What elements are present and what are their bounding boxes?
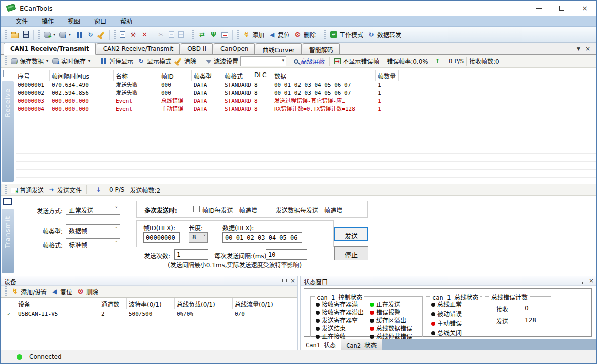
col-name[interactable]: 名称 [114,70,159,81]
frame-id-input[interactable] [143,232,180,243]
transmit-toolbar: 普通发送 ➜发送文件 ↓ 0 P/S 发送帧数:2 [1,184,596,196]
tab-canopen[interactable]: CanOpen [214,43,255,54]
transmit-select-checkbox[interactable] [3,198,12,205]
tab-close-button[interactable]: × [585,45,590,52]
hide-error-frames-button[interactable]: 不显示错误帧 [332,55,381,67]
maximize-icon [559,6,564,11]
id-increment-checkbox[interactable] [193,206,200,212]
col-device[interactable]: 设备 [16,298,99,309]
minimize-button[interactable] [527,1,550,16]
menu-help[interactable]: 帮助 [113,15,139,27]
col-frame-id[interactable]: 帧ID [159,70,192,81]
panel-close-button[interactable]: × [589,277,594,285]
delete-device-button[interactable]: ⊗删除 [292,29,318,40]
paste-button[interactable] [176,30,186,39]
stop-button[interactable]: 停止 [334,246,368,260]
pin-icon[interactable] [282,279,286,283]
save-data-button[interactable]: +保存数据▾ [9,55,50,67]
led-label: 错误报警 [376,309,400,316]
tx-count-label: 发送 [496,317,508,325]
col-load[interactable]: 总线负载(0/1) [175,298,233,309]
tab-can2[interactable]: CAN2 Receive/Transmit [97,43,180,54]
realtime-save-button[interactable]: ↓实时保存▾ [50,55,92,67]
export-data-dropdown-button[interactable]: ↓▾ [57,30,73,39]
tab-curver[interactable]: 曲线Curver [256,43,301,54]
tab-decode[interactable]: 智能解码 [303,43,340,54]
delete-frame-button[interactable]: ✕ [139,30,151,40]
col-interval[interactable]: 帧间隔时间us [50,70,114,81]
col-data[interactable]: 数据 [272,70,376,81]
send-count-input[interactable] [174,249,208,260]
work-mode-button[interactable]: ↵工作模式 [328,29,365,40]
hide-window-button[interactable] [219,30,230,39]
tab-can1-status[interactable]: Can1 状态 [301,339,341,350]
send-mode-label: 发送方式: [7,206,63,215]
sync-button[interactable]: ⇄ [196,30,208,40]
data-forward-button[interactable]: ↻数据转发 [365,29,403,40]
cut-button[interactable]: ✂ [155,30,167,40]
tab-list-dropdown[interactable]: ▼ [577,46,580,51]
normal-send-button[interactable]: 普通发送 [9,184,46,196]
menu-view[interactable]: 视图 [61,15,87,27]
filter-setting-button[interactable]: 滤波设置 [204,55,240,67]
tab-can1[interactable]: CAN1 Receive/Transmit [4,43,96,55]
col-seq[interactable]: 序号 [16,70,50,81]
device-checkbox[interactable]: ✓ [6,311,12,317]
col-frame-format[interactable]: 帧格式 [222,70,252,81]
device-delete-button[interactable]: ⊗删除 [74,286,100,298]
frame-type-combobox[interactable]: 数据帧 [66,224,120,235]
menu-file[interactable]: 文件 [9,15,35,27]
maximize-button[interactable] [550,1,573,16]
tab-can2-status[interactable]: Can2 状态 [341,339,382,350]
frame-data-input[interactable] [222,232,302,243]
col-baud[interactable]: 波特率(0/1) [127,298,175,309]
save-data-dropdown-button[interactable]: +▾ [42,30,57,39]
send-button[interactable]: 发送 [334,227,368,241]
table-row[interactable]: 00000002002.594.856发送失败000DATASTANDARD80… [16,89,596,97]
usb-connect-button[interactable]: Ψ [208,30,219,40]
length-select[interactable]: 8 [189,232,208,243]
close-button[interactable]: × [573,1,596,16]
pause-button[interactable] [73,30,85,40]
advanced-mask-button[interactable]: 高级屏蔽 [292,55,327,67]
panel-close-button[interactable]: × [290,277,295,285]
col-flow[interactable]: 总线流量(0/1) [233,298,285,309]
device-add-setup-button[interactable]: ↯添加/设置 [9,286,49,298]
clear-button[interactable]: 清除 [173,55,198,67]
cell-dlc: 8 [252,89,272,97]
pause-display-button[interactable]: 暂停显示 [98,55,135,67]
copy-button[interactable] [167,30,176,39]
pin-icon[interactable] [580,279,585,283]
edit-tools-button[interactable]: ⚒ [127,30,139,40]
device-reset-button[interactable]: ◀复位 [49,286,74,298]
menu-operate[interactable]: 操作 [35,15,61,27]
frame-format-combobox[interactable]: 标准帧 [66,238,120,249]
send-mode-combobox[interactable]: 正常发送 [66,204,120,215]
table-row-error[interactable]: 00000003000.000.000Event总线错误DATASTANDARD… [16,97,596,105]
interval-input[interactable] [266,249,307,260]
send-file-button[interactable]: ➜发送文件 [46,184,84,196]
col-frame-type[interactable]: 帧类型 [192,70,222,81]
data-increment-checkbox[interactable] [267,206,273,212]
col-dlc[interactable]: DLC [252,70,272,81]
device-row[interactable]: ✓ USBCAN-II-V5 2 500/500 0%/0% 0/0 [1,309,297,319]
toolbar-separator [232,30,233,40]
col-channels[interactable]: 通道数 [99,298,127,309]
col-frame-count[interactable]: 帧数量 [376,70,399,81]
refresh-button[interactable]: ↻ [85,30,96,40]
filter-combobox[interactable] [240,56,286,66]
menu-window[interactable]: 窗口 [87,15,113,27]
clean-button[interactable] [96,30,107,39]
cell-seq: 00000003 [16,97,50,105]
new-frame-button[interactable] [118,30,127,39]
reset-device-button[interactable]: ◀复位 [266,29,292,40]
table-row-error[interactable]: 00000004000.000.000Event主动错误DATASTANDARD… [16,105,596,113]
receive-select-checkbox[interactable] [3,70,12,77]
open-button[interactable] [9,30,21,40]
device-delete-label: 删除 [86,287,98,296]
table-row[interactable]: 00000001070.634.490发送失败000DATASTANDARD80… [16,81,596,89]
tab-obd2[interactable]: OBD II [181,43,213,54]
add-device-button[interactable]: ↯添加 [241,29,266,40]
save-button[interactable] [21,30,31,39]
display-mode-button[interactable]: ↻显示模式 [135,55,173,67]
